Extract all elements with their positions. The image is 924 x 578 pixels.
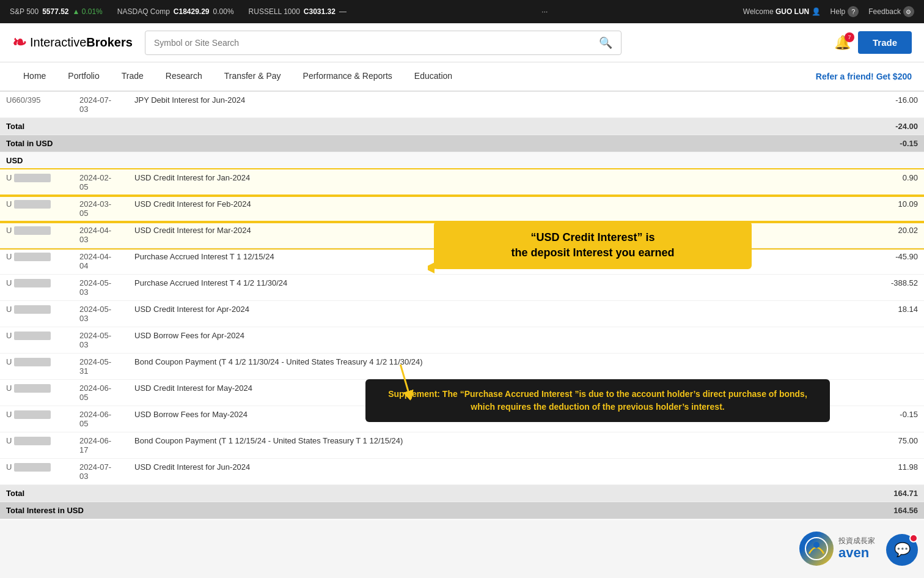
row-amount: 18.14 bbox=[875, 301, 924, 327]
row-amount: -45.90 bbox=[875, 248, 924, 275]
ticker-sp500-change: ▲ 0.01% bbox=[73, 7, 103, 16]
ticker-nasdaq-label: NASDAQ Comp bbox=[117, 7, 170, 16]
ticker-nasdaq: NASDAQ Comp C18429.29 0.00% bbox=[117, 7, 234, 16]
total-row-2: Total 164.71 bbox=[0, 485, 924, 502]
table-row: U 2024-03-05 USD Credit Interest for Feb… bbox=[0, 196, 924, 222]
row-desc: Purchase Accrued Interest T 4 1/2 11/30/… bbox=[128, 275, 875, 301]
row-date: 2024-02-05 bbox=[73, 169, 128, 196]
row-date: 2024-06-05 bbox=[73, 406, 128, 432]
notification-bell-button[interactable]: 🔔 7 bbox=[834, 35, 851, 51]
nav-item-performance[interactable]: Performance & Reports bbox=[292, 62, 403, 91]
row-id: U bbox=[0, 248, 73, 275]
row-amount: 11.98 bbox=[875, 459, 924, 485]
total-amount: -24.00 bbox=[875, 118, 924, 135]
row-id: U660/395 bbox=[0, 92, 73, 118]
total-label: Total bbox=[0, 485, 875, 502]
logo-icon: ❧ bbox=[12, 32, 26, 53]
ticker-more-dots[interactable]: ··· bbox=[541, 7, 548, 16]
nav-item-transfer-pay[interactable]: Transfer & Pay bbox=[213, 62, 292, 91]
row-id: U bbox=[0, 301, 73, 327]
logo[interactable]: ❧ InteractiveBrokers bbox=[12, 32, 133, 53]
logo-text: InteractiveBrokers bbox=[30, 35, 133, 50]
total-interest-usd-label: Total Interest in USD bbox=[0, 502, 875, 519]
row-id: U bbox=[0, 169, 73, 196]
total-usd-row: Total in USD -0.15 bbox=[0, 135, 924, 152]
row-desc: USD Credit Interest for Apr-2024 bbox=[128, 301, 875, 327]
table-row: U 2024-05-03 USD Borrow Fees for Apr-202… bbox=[0, 327, 924, 354]
notification-badge: 7 bbox=[845, 32, 854, 42]
ticker-nasdaq-change: 0.00% bbox=[213, 7, 234, 16]
ticker-bar: S&P 500 5577.52 ▲ 0.01% NASDAQ Comp C184… bbox=[0, 0, 924, 23]
row-desc: USD Credit Interest for Feb-2024 bbox=[128, 196, 875, 222]
row-desc: USD Borrow Fees for Apr-2024 bbox=[128, 327, 875, 354]
main-nav: Home Portfolio Trade Research Transfer &… bbox=[0, 62, 924, 92]
row-amount: 10.09 bbox=[875, 196, 924, 222]
total-amount: 164.71 bbox=[875, 485, 924, 502]
nav-item-portfolio[interactable]: Portfolio bbox=[57, 62, 110, 91]
usd-section-header: USD bbox=[0, 152, 924, 169]
row-date: 2024-05-03 bbox=[73, 327, 128, 354]
ticker-help[interactable]: Help ? bbox=[831, 6, 859, 17]
row-date: 2024-04-04 bbox=[73, 248, 128, 275]
row-desc: JPY Debit Interest for Jun-2024 bbox=[128, 92, 875, 118]
total-label: Total bbox=[0, 118, 875, 135]
total-interest-usd-amount: 164.56 bbox=[875, 502, 924, 519]
row-id: U bbox=[0, 327, 73, 354]
usd-label: USD bbox=[0, 152, 924, 169]
total-interest-usd-row: Total Interest in USD 164.56 bbox=[0, 502, 924, 519]
row-id: U bbox=[0, 222, 73, 248]
row-desc: Purchase Accrued Interest T 1 12/15/24 bbox=[128, 248, 875, 275]
row-amount bbox=[875, 354, 924, 380]
row-id: U bbox=[0, 459, 73, 485]
feedback-icon[interactable]: ⚙ bbox=[903, 6, 914, 17]
total-row: Total -24.00 bbox=[0, 118, 924, 135]
row-amount: 75.00 bbox=[875, 432, 924, 459]
ticker-feedback[interactable]: Feedback ⚙ bbox=[868, 6, 914, 17]
row-desc: USD Borrow Fees for May-2024 bbox=[128, 406, 875, 432]
ticker-russell-value: C3031.32 bbox=[304, 7, 336, 16]
nav-refer-friend[interactable]: Refer a friend! Get $200 bbox=[816, 72, 912, 81]
row-desc: USD Credit Interest for May-2024 bbox=[128, 380, 875, 406]
row-amount: -388.52 bbox=[875, 275, 924, 301]
total-usd-label: Total in USD bbox=[0, 135, 875, 152]
ticker-russell-label: RUSSELL 1000 bbox=[249, 7, 300, 16]
table-row: U 2024-05-31 Bond Coupon Payment (T 4 1/… bbox=[0, 354, 924, 380]
row-id: U bbox=[0, 275, 73, 301]
total-usd-amount: -0.15 bbox=[875, 135, 924, 152]
row-amount: 20.02 bbox=[875, 222, 924, 248]
ticker-nasdaq-value: C18429.29 bbox=[174, 7, 210, 16]
nav-item-home[interactable]: Home bbox=[12, 62, 57, 91]
row-date: 2024-07-03 bbox=[73, 459, 128, 485]
ticker-sp500-value: 5577.52 bbox=[42, 7, 68, 16]
search-input[interactable] bbox=[154, 38, 599, 48]
trade-button[interactable]: Trade bbox=[858, 31, 912, 54]
row-desc: Bond Coupon Payment (T 1 12/15/24 - Unit… bbox=[128, 432, 875, 459]
ticker-username: GUO LUN bbox=[776, 7, 809, 16]
row-id: U bbox=[0, 380, 73, 406]
table-row: U 2024-06-05 USD Credit Interest for May… bbox=[0, 380, 924, 406]
row-date: 2024-05-03 bbox=[73, 275, 128, 301]
table-row: U 2024-06-17 Bond Coupon Payment (T 1 12… bbox=[0, 432, 924, 459]
table-row: U 2024-02-05 USD Credit Interest for Jan… bbox=[0, 169, 924, 196]
row-desc: USD Credit Interest for Jun-2024 bbox=[128, 459, 875, 485]
nav-item-research[interactable]: Research bbox=[155, 62, 213, 91]
row-amount bbox=[875, 380, 924, 406]
help-icon[interactable]: ? bbox=[848, 6, 859, 17]
table-row: U660/395 2024-07-03 JPY Debit Interest f… bbox=[0, 92, 924, 118]
row-desc: USD Credit Interest for Mar-2024 bbox=[128, 222, 875, 248]
row-amount: -16.00 bbox=[875, 92, 924, 118]
table-row: U 2024-04-03 USD Credit Interest for Mar… bbox=[0, 222, 924, 248]
row-id: U bbox=[0, 406, 73, 432]
ticker-sp500-label: S&P 500 bbox=[10, 7, 38, 16]
search-icon[interactable]: 🔍 bbox=[599, 36, 612, 50]
row-date: 2024-05-31 bbox=[73, 354, 128, 380]
row-id: U bbox=[0, 432, 73, 459]
nav-item-trade[interactable]: Trade bbox=[111, 62, 155, 91]
ticker-welcome: Welcome GUO LUN 👤 bbox=[743, 7, 821, 16]
nav-item-education[interactable]: Education bbox=[403, 62, 463, 91]
row-date: 2024-05-03 bbox=[73, 301, 128, 327]
search-bar[interactable]: 🔍 bbox=[145, 31, 622, 55]
table-row: U 2024-05-03 USD Credit Interest for Apr… bbox=[0, 301, 924, 327]
row-id: U bbox=[0, 354, 73, 380]
row-amount bbox=[875, 327, 924, 354]
